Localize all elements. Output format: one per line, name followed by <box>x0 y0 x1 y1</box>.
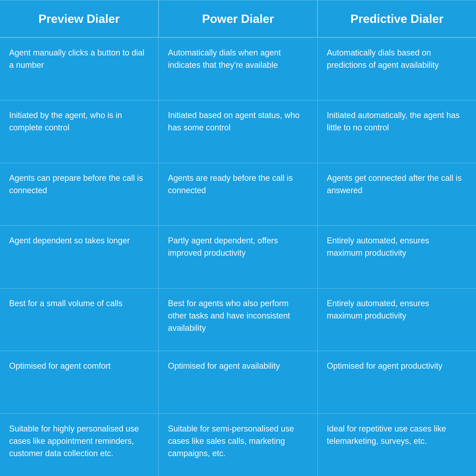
cell-0-2: Automatically dials when agent indicates… <box>159 38 317 100</box>
cell-0-1-text: Agent manually clicks a button to dial a… <box>9 47 149 71</box>
cell-1-3: Initiated automatically, the agent has l… <box>318 101 476 163</box>
cell-4-1: Best for a small volume of calls <box>0 289 159 351</box>
cell-3-2: Partly agent dependent, offers improved … <box>159 226 317 288</box>
header-preview-dialer-label: Preview Dialer <box>38 12 120 26</box>
cell-1-2: Initiated based on agent status, who has… <box>159 101 317 163</box>
table-row: Initiated by the agent, who is in comple… <box>0 100 476 163</box>
cell-3-3-text: Entirely automated, ensures maximum prod… <box>327 235 467 259</box>
cell-6-2: Suitable for semi-personalised use cases… <box>159 414 317 476</box>
cell-3-1: Agent dependent so takes longer <box>0 226 159 288</box>
cell-2-1: Agents can prepare before the call is co… <box>0 163 159 225</box>
header-predictive-dialer-label: Predictive Dialer <box>350 12 443 26</box>
cell-4-2-text: Best for agents who also perform other t… <box>168 297 308 334</box>
cell-5-2: Optimised for agent availability <box>159 351 317 413</box>
cell-6-1: Suitable for highly personalised use cas… <box>0 414 159 476</box>
cell-6-1-text: Suitable for highly personalised use cas… <box>9 423 149 459</box>
table-row: Agent dependent so takes longer Partly a… <box>0 225 476 288</box>
cell-4-1-text: Best for a small volume of calls <box>9 297 123 309</box>
cell-0-3-text: Automatically dials based on predictions… <box>327 47 467 71</box>
cell-1-1-text: Initiated by the agent, who is in comple… <box>9 109 149 134</box>
cell-2-3-text: Agents get connected after the call is a… <box>327 172 467 197</box>
cell-3-3: Entirely automated, ensures maximum prod… <box>318 226 476 288</box>
cell-2-3: Agents get connected after the call is a… <box>318 163 476 225</box>
header-predictive-dialer: Predictive Dialer <box>317 0 476 37</box>
comparison-table: Preview Dialer Power Dialer Predictive D… <box>0 0 476 476</box>
cell-0-1: Agent manually clicks a button to dial a… <box>0 38 159 100</box>
table-row: Agent manually clicks a button to dial a… <box>0 37 476 100</box>
cell-6-3-text: Ideal for repetitive use cases like tele… <box>327 423 467 447</box>
cell-3-2-text: Partly agent dependent, offers improved … <box>168 235 308 259</box>
cell-5-3: Optimised for agent productivity <box>318 351 476 413</box>
cell-3-1-text: Agent dependent so takes longer <box>9 235 130 247</box>
cell-2-2: Agents are ready before the call is conn… <box>159 163 317 225</box>
header-power-dialer: Power Dialer <box>159 0 317 37</box>
cell-5-1-text: Optimised for agent comfort <box>9 360 110 372</box>
cell-5-1: Optimised for agent comfort <box>0 351 159 413</box>
table-row: Suitable for highly personalised use cas… <box>0 413 476 476</box>
cell-2-2-text: Agents are ready before the call is conn… <box>168 172 308 197</box>
table-row: Optimised for agent comfort Optimised fo… <box>0 351 476 413</box>
cell-1-2-text: Initiated based on agent status, who has… <box>168 109 308 134</box>
table-row: Best for a small volume of calls Best fo… <box>0 288 476 351</box>
cell-4-3-text: Entirely automated, ensures maximum prod… <box>327 297 467 322</box>
cell-6-2-text: Suitable for semi-personalised use cases… <box>168 423 308 459</box>
cell-0-2-text: Automatically dials when agent indicates… <box>168 47 308 71</box>
cell-1-3-text: Initiated automatically, the agent has l… <box>327 109 467 134</box>
header-power-dialer-label: Power Dialer <box>202 12 274 26</box>
cell-0-3: Automatically dials based on predictions… <box>318 38 476 100</box>
cell-4-3: Entirely automated, ensures maximum prod… <box>318 289 476 351</box>
data-rows: Agent manually clicks a button to dial a… <box>0 37 476 476</box>
header-row: Preview Dialer Power Dialer Predictive D… <box>0 0 476 37</box>
cell-5-2-text: Optimised for agent availability <box>168 360 280 372</box>
cell-5-3-text: Optimised for agent productivity <box>327 360 442 372</box>
table-row: Agents can prepare before the call is co… <box>0 163 476 225</box>
cell-6-3: Ideal for repetitive use cases like tele… <box>318 414 476 476</box>
header-preview-dialer: Preview Dialer <box>0 0 159 37</box>
cell-2-1-text: Agents can prepare before the call is co… <box>9 172 149 197</box>
cell-1-1: Initiated by the agent, who is in comple… <box>0 101 159 163</box>
cell-4-2: Best for agents who also perform other t… <box>159 289 317 351</box>
